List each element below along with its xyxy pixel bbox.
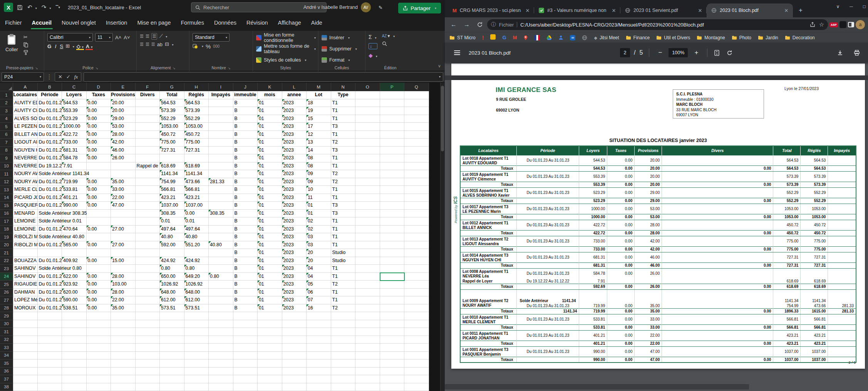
- cell-A12[interactable]: NOURY AWATIF: [13, 178, 38, 186]
- cell-I18[interactable]: [209, 226, 233, 234]
- cell-B32[interactable]: [38, 336, 62, 344]
- cell-J18[interactable]: B: [233, 226, 258, 234]
- cell-L25[interactable]: 2023: [282, 281, 307, 289]
- insert-function-icon[interactable]: fx: [74, 74, 78, 80]
- column-header-O[interactable]: O: [355, 83, 380, 91]
- cell-B16[interactable]: Solde Antérieur 308.35: [38, 210, 62, 218]
- cell-G5[interactable]: 1053.00: [160, 123, 184, 131]
- cell-H22[interactable]: 424.92: [184, 257, 209, 265]
- cell-G17[interactable]: 0.01: [160, 217, 184, 226]
- cell-M1[interactable]: Lot: [307, 91, 331, 99]
- cell-F2[interactable]: [136, 99, 160, 107]
- cell-H23[interactable]: 0.80: [184, 265, 209, 273]
- cell-B17[interactable]: Solde Antérieur 0.01: [38, 217, 62, 226]
- cell-M23[interactable]: 04: [307, 265, 331, 273]
- cell-G6[interactable]: 450.72: [160, 131, 184, 139]
- cell-L18[interactable]: 2023: [282, 226, 307, 234]
- cell-M12[interactable]: 09: [307, 178, 331, 186]
- row-header-28[interactable]: 28: [0, 304, 13, 312]
- cell-C15[interactable]: 990.00: [62, 202, 87, 210]
- cell-I8[interactable]: [209, 147, 233, 155]
- cell-G36[interactable]: [160, 368, 184, 376]
- cell-Q3[interactable]: [404, 107, 429, 115]
- bookmark-infinity[interactable]: ∞: [570, 35, 575, 40]
- cell-B30[interactable]: [38, 320, 62, 328]
- cell-N1[interactable]: Type: [331, 91, 356, 99]
- cell-N16[interactable]: T3: [331, 210, 356, 218]
- clipboard-group-label[interactable]: Presse-papiers↘: [0, 65, 44, 70]
- cell-O13[interactable]: [355, 186, 380, 194]
- cell-H26[interactable]: 648.00: [184, 289, 209, 297]
- save-icon[interactable]: [17, 5, 23, 10]
- browser-tab-3[interactable]: 2023 01 Bloch.pdf✕: [707, 3, 793, 17]
- cell-P20[interactable]: [380, 241, 405, 249]
- cell-K27[interactable]: 01: [258, 296, 282, 304]
- cell-G7[interactable]: 775.00: [160, 139, 184, 147]
- cell-N25[interactable]: T2: [331, 281, 356, 289]
- cell-M24[interactable]: 04: [307, 273, 331, 281]
- cell-B10[interactable]: Du 19.12.22 Au 31.12.22: [38, 162, 62, 170]
- cell-E3[interactable]: 20.00: [111, 107, 136, 115]
- cell-L16[interactable]: 2023: [282, 210, 307, 218]
- account-area[interactable]: André v Isabelle Bertrand AV ✎: [303, 0, 387, 15]
- cell-N27[interactable]: T1: [331, 296, 356, 304]
- cell-I6[interactable]: [209, 131, 233, 139]
- cell-F38[interactable]: [136, 383, 160, 391]
- column-header-B[interactable]: B: [38, 83, 62, 91]
- cell-N5[interactable]: T3: [331, 123, 356, 131]
- cell-B28[interactable]: Du 01.01.23 Au 31.01.23: [38, 304, 62, 312]
- cell-J17[interactable]: B: [233, 217, 258, 226]
- cell-K21[interactable]: 01: [258, 249, 282, 257]
- borders-icon[interactable]: ⊞ ▾: [65, 43, 74, 49]
- cell-Q16[interactable]: [404, 210, 429, 218]
- cell-M17[interactable]: 02: [307, 217, 331, 226]
- cell-K29[interactable]: [258, 312, 282, 320]
- currency-icon[interactable]: [193, 43, 198, 49]
- row-header-7[interactable]: 7: [0, 139, 13, 147]
- number-group-label[interactable]: Nombre↘: [189, 65, 253, 70]
- cell-M28[interactable]: 16: [307, 304, 331, 312]
- cell-K32[interactable]: [258, 336, 282, 344]
- cell-O8[interactable]: [355, 147, 380, 155]
- row-header-33[interactable]: 33: [0, 344, 13, 352]
- print-icon[interactable]: [853, 50, 860, 56]
- cell-A37[interactable]: [13, 375, 38, 383]
- bookmark-star-icon[interactable]: ☆: [819, 21, 824, 28]
- column-header-M[interactable]: M: [307, 83, 331, 91]
- cell-Q19[interactable]: [404, 233, 429, 241]
- cell-F8[interactable]: [136, 147, 160, 155]
- column-header-J[interactable]: J: [233, 83, 258, 91]
- cell-P36[interactable]: [380, 368, 405, 376]
- cell-D38[interactable]: [87, 383, 111, 391]
- cell-A29[interactable]: [13, 312, 38, 320]
- cell-B13[interactable]: Du 01.01.23 Au 31.01.23: [38, 186, 62, 194]
- cell-G13[interactable]: 566.81: [160, 186, 184, 194]
- cell-G30[interactable]: [160, 320, 184, 328]
- cell-A17[interactable]: LEMOINE: [13, 217, 38, 226]
- cell-Q18[interactable]: [404, 226, 429, 234]
- cell-G3[interactable]: 573.39: [160, 107, 184, 115]
- cell-N34[interactable]: [331, 352, 356, 360]
- cell-K22[interactable]: 01: [258, 257, 282, 265]
- cell-I26[interactable]: [209, 289, 233, 297]
- cell-H29[interactable]: [184, 312, 209, 320]
- cell-L4[interactable]: 2023: [282, 115, 307, 123]
- cell-D4[interactable]: 0.00: [87, 115, 111, 123]
- cell-I38[interactable]: [209, 383, 233, 391]
- cell-L34[interactable]: [282, 352, 307, 360]
- cell-I17[interactable]: [209, 217, 233, 226]
- browser-tab-1[interactable]: #3 - Valeurs numérique non✕: [534, 3, 620, 17]
- row-header-20[interactable]: 20: [0, 241, 13, 249]
- cell-M20[interactable]: 03: [307, 241, 331, 249]
- cell-I19[interactable]: [209, 233, 233, 241]
- cell-F28[interactable]: [136, 304, 160, 312]
- cells-button-format[interactable]: Format▾: [322, 55, 363, 65]
- row-header-30[interactable]: 30: [0, 320, 13, 328]
- cell-H3[interactable]: 573.39: [184, 107, 209, 115]
- cell-A22[interactable]: BOUAZZA: [13, 257, 38, 265]
- cell-O27[interactable]: [355, 296, 380, 304]
- bookmark-maps[interactable]: [523, 35, 528, 40]
- cell-P5[interactable]: [380, 123, 405, 131]
- cell-Q35[interactable]: [404, 359, 429, 368]
- cell-P28[interactable]: [380, 304, 405, 312]
